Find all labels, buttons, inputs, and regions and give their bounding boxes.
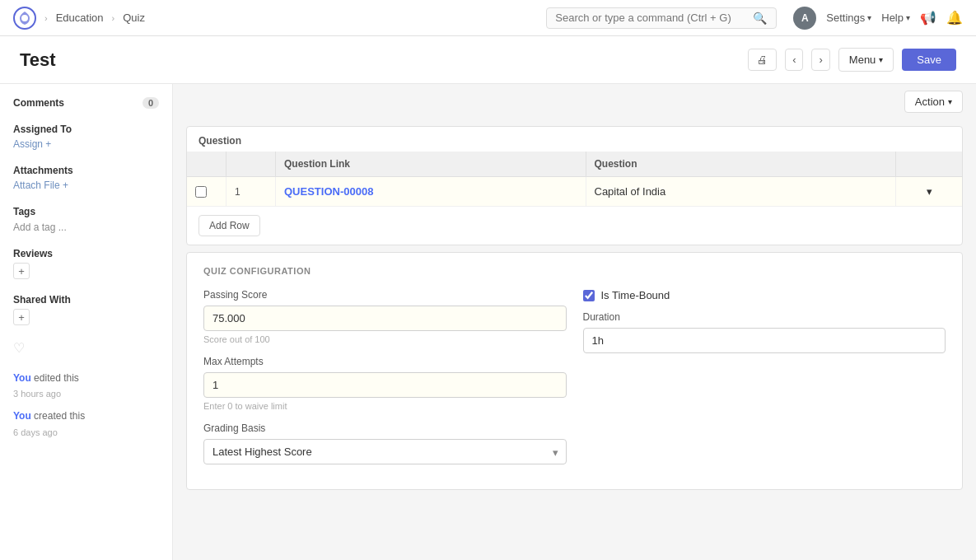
page-title: Test: [20, 49, 748, 71]
sidebar-reviews: Reviews +: [13, 248, 159, 279]
col-actions: [896, 152, 962, 176]
activity-time-1: 3 hours ago: [13, 389, 61, 399]
row-checkbox[interactable]: [195, 186, 207, 198]
page-header: Test 🖨 ‹ › Menu ▾ Save: [0, 36, 976, 84]
grading-basis-field: Grading Basis Latest Highest Score First…: [203, 422, 567, 464]
table-header: Question Link Question: [187, 152, 962, 177]
col-question-link: Question Link: [276, 152, 586, 176]
tags-label: Tags: [13, 206, 159, 217]
duration-input[interactable]: [583, 328, 946, 353]
time-bound-label: Is Time-Bound: [601, 289, 670, 301]
main-layout: Comments 0 Assigned To Assign + Attachme…: [0, 84, 976, 560]
config-grid: Passing Score Score out of 100 Max Attem…: [203, 289, 946, 476]
avatar: A: [793, 7, 816, 30]
quiz-config-section: QUIZ CONFIGURATION Passing Score Score o…: [186, 252, 963, 490]
search-input[interactable]: [555, 12, 753, 24]
grading-basis-select[interactable]: Latest Highest Score First Attempt Last …: [203, 439, 567, 464]
activity-item-1: You edited this 3 hours ago: [13, 371, 159, 402]
grading-basis-label: Grading Basis: [203, 422, 567, 434]
passing-score-hint: Score out of 100: [203, 334, 567, 344]
svg-point-1: [21, 15, 28, 21]
col-checkbox: [187, 152, 226, 176]
row-question-link[interactable]: QUESTION-00008: [276, 177, 586, 206]
attach-file-link[interactable]: Attach File +: [13, 180, 159, 191]
row-question-text: Capital of India: [586, 177, 897, 206]
config-left-col: Passing Score Score out of 100 Max Attem…: [203, 289, 567, 476]
passing-score-input[interactable]: [203, 306, 567, 331]
row-action-cell[interactable]: ▾: [896, 177, 962, 206]
activity-user-1: You: [13, 372, 31, 384]
menu-button[interactable]: Menu ▾: [838, 48, 894, 72]
help-button[interactable]: Help ▾: [881, 12, 910, 24]
search-bar[interactable]: 🔍: [546, 7, 777, 29]
sidebar-heart: ♡: [13, 340, 159, 356]
breadcrumb-chevron-1: ›: [44, 13, 48, 23]
prev-button[interactable]: ‹: [785, 49, 803, 71]
print-button[interactable]: 🖨: [748, 49, 777, 71]
assign-link[interactable]: Assign +: [13, 138, 159, 150]
attachments-label: Attachments: [13, 165, 159, 176]
sidebar-comments: Comments 0: [13, 97, 159, 109]
sidebar: Comments 0 Assigned To Assign + Attachme…: [0, 84, 173, 560]
max-attempts-label: Max Attempts: [203, 356, 567, 367]
max-attempts-hint: Enter 0 to waive limit: [203, 401, 567, 411]
sidebar-shared-with: Shared With +: [13, 294, 159, 325]
action-button[interactable]: Action ▾: [904, 91, 963, 113]
heart-icon[interactable]: ♡: [13, 341, 25, 355]
duration-label: Duration: [583, 311, 946, 323]
question-section: Question Question Link Question 1 QUESTI…: [186, 126, 963, 245]
activity-item-2: You created this 6 days ago: [13, 408, 159, 440]
max-attempts-field: Max Attempts Enter 0 to waive limit: [203, 356, 567, 411]
row-dropdown-icon[interactable]: ▾: [927, 185, 932, 198]
sidebar-attachments: Attachments Attach File +: [13, 165, 159, 191]
sidebar-activity: You edited this 3 hours ago You created …: [13, 371, 159, 441]
table-row: 1 QUESTION-00008 Capital of India ▾: [187, 177, 962, 207]
add-row-area: Add Row: [187, 207, 962, 245]
passing-score-field: Passing Score Score out of 100: [203, 289, 567, 344]
next-button[interactable]: ›: [811, 49, 829, 71]
sidebar-assigned-to: Assigned To Assign +: [13, 124, 159, 150]
col-question: Question: [586, 152, 897, 176]
reviews-label: Reviews: [13, 248, 159, 259]
question-section-label: Question: [187, 127, 962, 152]
nav-actions: A Settings ▾ Help ▾ 📢 🔔: [793, 7, 963, 30]
col-num: [226, 152, 276, 176]
action-chevron-icon: ▾: [948, 97, 952, 106]
breadcrumb-quiz[interactable]: Quiz: [123, 12, 145, 24]
assigned-to-label: Assigned To: [13, 124, 159, 135]
notifications-icon[interactable]: 🔔: [946, 10, 963, 26]
search-icon: 🔍: [753, 12, 767, 25]
save-button[interactable]: Save: [902, 49, 956, 71]
announcements-icon[interactable]: 📢: [920, 10, 936, 26]
time-bound-row: Is Time-Bound: [583, 289, 946, 301]
row-number: 1: [226, 177, 276, 206]
row-checkbox-cell[interactable]: [187, 177, 226, 206]
add-tag-link[interactable]: Add a tag ...: [13, 222, 67, 233]
settings-button[interactable]: Settings ▾: [826, 12, 871, 24]
shared-with-label: Shared With: [13, 294, 159, 306]
duration-field: Duration: [583, 311, 946, 353]
top-nav: › Education › Quiz 🔍 A Settings ▾ Help ▾…: [0, 0, 976, 36]
add-review-button[interactable]: +: [13, 263, 30, 279]
config-right-col: Is Time-Bound Duration: [583, 289, 946, 476]
app-logo: [13, 7, 36, 30]
breadcrumb-chevron-2: ›: [112, 13, 115, 23]
activity-time-2: 6 days ago: [13, 427, 58, 437]
page-actions: 🖨 ‹ › Menu ▾ Save: [748, 48, 956, 72]
activity-user-2: You: [13, 410, 31, 422]
grading-basis-select-wrapper: Latest Highest Score First Attempt Last …: [203, 439, 567, 464]
add-row-button[interactable]: Add Row: [198, 215, 260, 236]
config-title: QUIZ CONFIGURATION: [203, 266, 946, 276]
action-bar: Action ▾: [173, 84, 976, 119]
breadcrumb-education[interactable]: Education: [56, 12, 104, 24]
passing-score-label: Passing Score: [203, 289, 567, 301]
add-shared-button[interactable]: +: [13, 309, 30, 325]
sidebar-tags: Tags Add a tag ...: [13, 206, 159, 233]
max-attempts-input[interactable]: [203, 372, 567, 398]
comments-label: Comments 0: [13, 97, 159, 109]
content-area: Action ▾ Question Question Link Question…: [173, 84, 976, 560]
time-bound-checkbox[interactable]: [583, 290, 595, 301]
comments-count: 0: [142, 97, 159, 109]
